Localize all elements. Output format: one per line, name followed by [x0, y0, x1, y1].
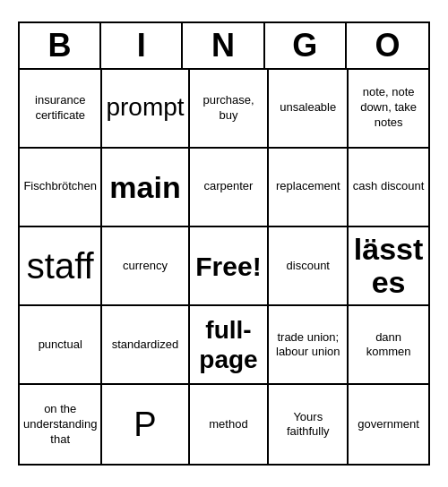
- bingo-cell: Fischbrötchen: [20, 149, 102, 227]
- bingo-cell: lässt es: [349, 227, 428, 307]
- cell-text: method: [209, 417, 247, 432]
- cell-text: currency: [123, 259, 168, 274]
- cell-text: unsaleable: [280, 100, 336, 115]
- bingo-cell: government: [349, 385, 428, 464]
- bingo-cell: carpenter: [190, 149, 270, 227]
- bingo-cell: prompt: [102, 70, 189, 149]
- cell-text: Free!: [195, 249, 261, 284]
- cell-text: prompt: [106, 91, 184, 124]
- header-letter: B: [20, 23, 101, 68]
- cell-text: main: [109, 167, 180, 207]
- bingo-cell: P: [102, 385, 189, 464]
- bingo-cell: insurance certificate: [20, 70, 102, 149]
- cell-text: on the understanding that: [23, 402, 97, 448]
- bingo-cell: unsaleable: [269, 70, 349, 149]
- cell-text: carpenter: [204, 179, 254, 194]
- bingo-cell: standardized: [102, 306, 189, 385]
- bingo-cell: dann kommen: [349, 306, 428, 385]
- bingo-cell: staff: [20, 227, 102, 307]
- bingo-cell: Free!: [190, 227, 270, 307]
- cell-text: full-page: [194, 315, 264, 375]
- cell-text: Fischbrötchen: [23, 179, 97, 194]
- cell-text: discount: [287, 259, 330, 274]
- bingo-cell: on the understanding that: [20, 385, 102, 464]
- cell-text: Yours faithfully: [272, 410, 343, 440]
- bingo-cell: method: [190, 385, 270, 464]
- bingo-card: BINGO insurance certificatepromptpurchas…: [18, 21, 430, 466]
- header-letter: I: [101, 23, 183, 68]
- cell-text: insurance certificate: [23, 93, 97, 124]
- bingo-cell: cash discount: [349, 149, 428, 227]
- cell-text: purchase, buy: [194, 93, 264, 124]
- cell-text: cash discount: [353, 179, 425, 194]
- cell-text: staff: [27, 243, 94, 289]
- cell-text: dann kommen: [352, 330, 425, 361]
- bingo-cell: replacement: [269, 149, 349, 227]
- bingo-cell: purchase, buy: [190, 70, 270, 149]
- bingo-grid: insurance certificatepromptpurchase, buy…: [20, 70, 428, 465]
- cell-text: punctual: [39, 337, 82, 353]
- cell-text: government: [358, 417, 419, 432]
- bingo-cell: punctual: [20, 306, 102, 385]
- header-letter: G: [265, 23, 347, 68]
- bingo-cell: currency: [102, 227, 189, 307]
- bingo-cell: main: [102, 149, 189, 227]
- cell-text: standardized: [112, 337, 178, 353]
- cell-text: note, note down, take notes: [352, 85, 425, 131]
- bingo-cell: full-page: [190, 306, 270, 385]
- bingo-header: BINGO: [20, 23, 428, 70]
- bingo-cell: trade union; labour union: [269, 306, 349, 385]
- cell-text: P: [134, 403, 156, 447]
- bingo-cell: Yours faithfully: [269, 385, 349, 464]
- cell-text: lässt es: [352, 233, 425, 300]
- cell-text: replacement: [276, 179, 340, 194]
- header-letter: N: [183, 23, 264, 68]
- header-letter: O: [347, 23, 428, 68]
- cell-text: trade union; labour union: [272, 330, 343, 361]
- bingo-cell: discount: [269, 227, 349, 307]
- bingo-cell: note, note down, take notes: [349, 70, 428, 149]
